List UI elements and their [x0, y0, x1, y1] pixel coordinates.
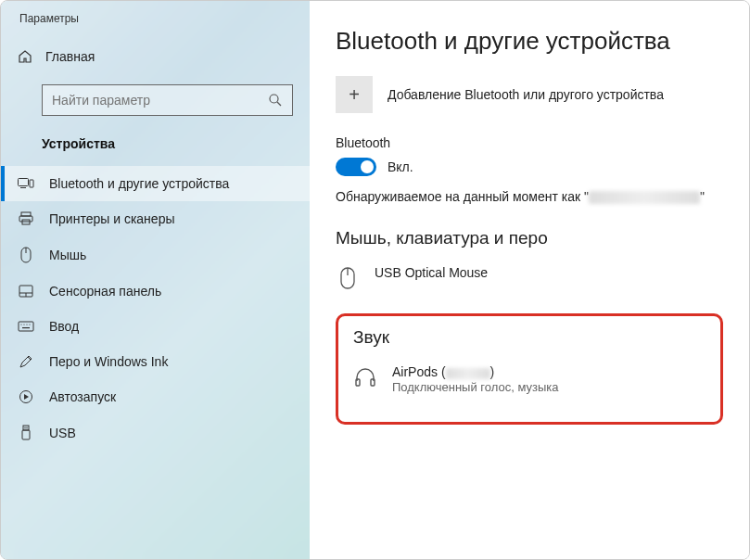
sidebar-item-autoplay[interactable]: Автозапуск: [1, 379, 310, 414]
sidebar-item-label: Мышь: [49, 248, 86, 262]
svg-rect-5: [21, 212, 31, 216]
add-device-label: Добавление Bluetooth или другого устройс…: [388, 87, 664, 102]
autoplay-icon: [18, 389, 34, 404]
sidebar-item-label: Перо и Windows Ink: [49, 354, 168, 369]
sidebar-item-label: Принтеры и сканеры: [49, 211, 174, 226]
bluetooth-toggle[interactable]: [336, 158, 376, 176]
svg-rect-13: [19, 322, 33, 331]
svg-rect-22: [25, 427, 26, 429]
svg-rect-27: [371, 379, 375, 386]
touchpad-icon: [18, 285, 34, 298]
pen-icon: [18, 354, 34, 369]
svg-rect-18: [22, 327, 30, 328]
svg-rect-3: [20, 187, 26, 188]
printer-icon: [18, 211, 34, 226]
svg-rect-23: [27, 427, 28, 429]
sidebar: Параметры Главная Устройства Bluetooth и…: [1, 1, 310, 559]
section-title: Устройства: [1, 133, 310, 166]
sidebar-item-label: Сенсорная панель: [49, 284, 161, 299]
device-name: AirPods (): [392, 364, 706, 379]
devices-icon: [18, 177, 34, 190]
bluetooth-label: Bluetooth: [336, 135, 723, 150]
window-title: Параметры: [1, 1, 310, 42]
search-icon: [268, 93, 283, 108]
svg-point-14: [20, 324, 21, 325]
usb-icon: [18, 425, 34, 441]
sidebar-item-mouse[interactable]: Мышь: [1, 236, 310, 274]
svg-rect-6: [19, 216, 32, 222]
home-label: Главная: [45, 49, 95, 64]
category-title-audio: Звук: [353, 327, 706, 348]
sidebar-item-label: USB: [49, 426, 76, 440]
svg-rect-20: [23, 426, 29, 430]
mouse-icon: [336, 265, 360, 289]
svg-point-0: [270, 95, 278, 103]
device-item-mouse[interactable]: USB Optical Mouse: [336, 260, 723, 310]
headphones-icon: [353, 364, 377, 387]
device-status: Подключенный голос, музыка: [392, 380, 706, 394]
svg-rect-4: [30, 180, 33, 187]
home-nav[interactable]: Главная: [1, 42, 310, 77]
sidebar-item-label: Bluetooth и другие устройства: [49, 176, 229, 191]
add-device-button[interactable]: + Добавление Bluetooth или другого устро…: [336, 76, 723, 113]
mouse-icon: [18, 247, 34, 263]
sidebar-item-usb[interactable]: USB: [1, 414, 310, 452]
sidebar-item-label: Ввод: [49, 319, 79, 334]
svg-point-17: [29, 324, 30, 325]
svg-point-15: [23, 324, 24, 325]
keyboard-icon: [18, 321, 34, 332]
highlighted-section: Звук AirPods () Подключенный голос, музы…: [336, 313, 723, 425]
svg-point-16: [26, 324, 27, 325]
sidebar-item-bluetooth[interactable]: Bluetooth и другие устройства: [1, 166, 310, 201]
discoverable-text: Обнаруживаемое на данный момент как "": [336, 189, 723, 204]
svg-rect-26: [356, 379, 360, 386]
search-input-container[interactable]: [42, 84, 293, 116]
plus-icon: +: [336, 76, 373, 113]
sidebar-item-typing[interactable]: Ввод: [1, 309, 310, 344]
device-item-airpods[interactable]: AirPods () Подключенный голос, музыка: [353, 359, 706, 414]
search-input[interactable]: [52, 93, 268, 108]
page-title: Bluetooth и другие устройства: [336, 27, 723, 56]
svg-rect-21: [22, 430, 30, 439]
device-name: USB Optical Mouse: [375, 265, 723, 280]
sidebar-item-label: Автозапуск: [49, 389, 116, 404]
content-area: Bluetooth и другие устройства + Добавлен…: [310, 1, 749, 559]
sidebar-item-pen[interactable]: Перо и Windows Ink: [1, 344, 310, 379]
sidebar-item-touchpad[interactable]: Сенсорная панель: [1, 274, 310, 309]
category-title-input: Мышь, клавиатура и перо: [336, 228, 723, 248]
airpods-id-redacted: [446, 368, 490, 379]
sidebar-item-printers[interactable]: Принтеры и сканеры: [1, 201, 310, 236]
home-icon: [18, 49, 32, 64]
svg-rect-2: [19, 179, 29, 186]
device-name-redacted: [589, 191, 700, 204]
toggle-state-label: Вкл.: [388, 159, 413, 174]
svg-line-1: [277, 102, 281, 106]
